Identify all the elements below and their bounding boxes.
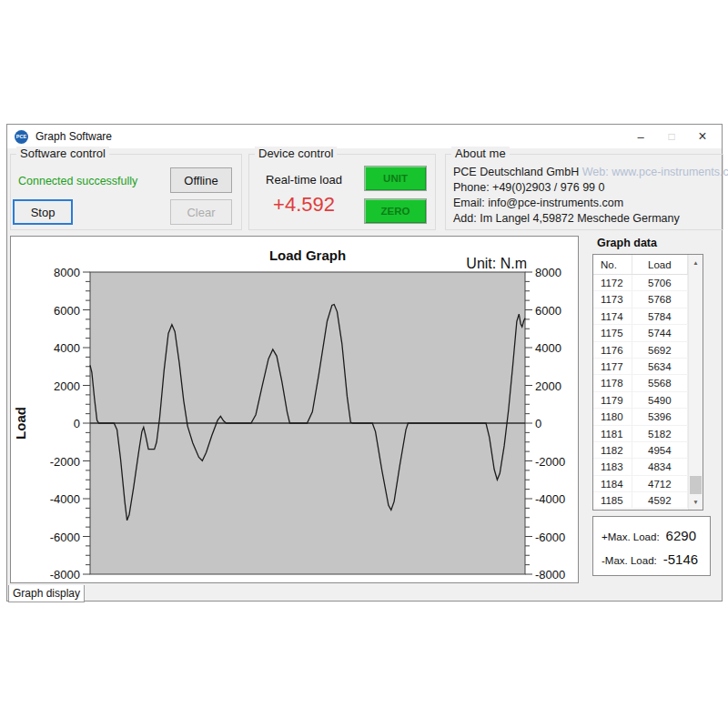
neg-max-label: -Max. Load:	[602, 555, 657, 566]
cell-load: 5768	[632, 291, 688, 307]
y-axis-tick-label: 0	[74, 417, 80, 430]
cell-no: 1184	[593, 476, 632, 491]
cell-no: 1176	[593, 342, 632, 358]
table-row[interactable]: 11795490	[593, 392, 688, 409]
company-name: PCE Deutschland GmbH	[453, 166, 579, 178]
y-axis-label: Load	[13, 407, 28, 440]
minimize-button[interactable]: –	[625, 125, 656, 148]
pos-max-label: +Max. Load:	[602, 531, 660, 542]
titlebar: PCE Graph Software – □ ×	[7, 125, 722, 148]
zero-button[interactable]: ZERO	[364, 198, 427, 224]
maximize-button[interactable]: □	[656, 125, 687, 148]
y-axis-tick-label: -2000	[50, 455, 80, 469]
cell-load: 5706	[632, 275, 688, 290]
scroll-down-icon[interactable]: ▼	[689, 495, 703, 509]
y-axis-tick-label-right: -6000	[535, 531, 565, 544]
cell-no: 1185	[593, 492, 632, 508]
y-axis-tick-label-right: -4000	[535, 492, 565, 506]
load-graph-panel: -8000-8000-6000-6000-4000-4000-2000-2000…	[10, 236, 579, 583]
window-title: Graph Software	[35, 130, 112, 143]
cell-no: 1182	[593, 442, 632, 458]
cell-no: 1183	[593, 459, 632, 474]
table-row[interactable]: 11745784	[593, 308, 688, 325]
scroll-up-icon[interactable]: ▲	[689, 256, 703, 269]
tab-graph-display[interactable]: Graph display	[8, 585, 85, 602]
y-axis-tick-label: -6000	[50, 531, 80, 544]
connection-status: Connected successfully	[18, 175, 137, 187]
y-axis-tick-label-right: 6000	[535, 304, 561, 318]
cell-no: 1179	[593, 392, 632, 408]
cell-load: 5182	[632, 426, 688, 441]
cell-load: 5490	[632, 392, 688, 408]
cell-load: 5634	[632, 359, 688, 374]
column-header-no: No.	[593, 255, 632, 274]
y-axis-tick-label-right: -8000	[535, 568, 565, 581]
graph-table-body: 1172570611735768117457841175574411765692…	[593, 275, 688, 509]
y-axis-tick-label: 8000	[54, 266, 80, 279]
table-header: No. Load	[593, 255, 688, 275]
cell-load: 5396	[632, 409, 688, 424]
y-axis-tick-label: 6000	[54, 304, 80, 318]
pos-max-value: 6290	[666, 528, 696, 543]
scrollbar-thumb[interactable]	[690, 476, 702, 494]
table-row[interactable]: 11854592	[593, 492, 688, 509]
cell-load: 4954	[632, 442, 688, 458]
cell-load: 4592	[632, 492, 688, 508]
app-window: PCE Graph Software – □ × Software contro…	[6, 124, 723, 602]
y-axis-tick-label-right: 4000	[535, 341, 561, 355]
table-row[interactable]: 11765692	[593, 342, 688, 359]
cell-load: 4712	[632, 476, 688, 491]
phone-line: Phone: +49(0)2903 / 976 99 0	[453, 181, 604, 194]
max-load-box: +Max. Load: 6290 -Max. Load: -5146	[592, 516, 711, 576]
realtime-load-label: Real-time load	[255, 173, 353, 187]
table-row[interactable]: 11755744	[593, 325, 688, 341]
cell-no: 1180	[593, 409, 632, 424]
about-group: About me PCE Deutschland GmbH Web: www.p…	[445, 154, 723, 230]
realtime-load-value: +4.592	[255, 193, 353, 217]
cell-load: 5784	[632, 308, 688, 324]
web-link[interactable]: Web: www.pce-instruments.com	[582, 166, 728, 178]
y-axis-tick-label-right: 0	[535, 417, 541, 430]
cell-no: 1178	[593, 375, 632, 390]
table-row[interactable]: 11824954	[593, 442, 688, 459]
table-row[interactable]: 11805396	[593, 409, 688, 425]
cell-load: 5568	[632, 375, 688, 390]
cell-no: 1181	[593, 426, 632, 441]
device-control-title: Device control	[255, 147, 337, 160]
device-control-group: Device control Real-time load +4.592 UNI…	[248, 154, 436, 230]
cell-no: 1173	[593, 291, 632, 307]
clear-button: Clear	[170, 199, 232, 225]
neg-max-value: -5146	[663, 551, 698, 567]
table-row[interactable]: 11775634	[593, 359, 688, 375]
y-axis-tick-label: 4000	[54, 341, 80, 355]
y-axis-tick-label: -4000	[50, 492, 80, 506]
table-row[interactable]: 11725706	[593, 275, 688, 291]
y-axis-tick-label-right: -2000	[535, 455, 565, 469]
stop-button[interactable]: Stop	[13, 199, 73, 225]
table-row[interactable]: 11735768	[593, 291, 688, 308]
cell-no: 1174	[593, 308, 632, 324]
table-scrollbar[interactable]: ▲ ▼	[688, 255, 703, 510]
table-row[interactable]: 11815182	[593, 426, 688, 442]
cell-load: 5692	[632, 342, 688, 358]
cell-load: 4834	[632, 459, 688, 474]
graph-data-table: No. Load 1172570611735768117457841175574…	[592, 254, 703, 511]
table-row[interactable]: 11844712	[593, 476, 688, 492]
table-row[interactable]: 11785568	[593, 375, 688, 391]
software-control-title: Software control	[16, 147, 109, 160]
graph-data-title: Graph data	[597, 237, 657, 249]
unit-button[interactable]: UNIT	[364, 166, 427, 191]
email-line: Email: info@pce-instruments.com	[453, 197, 623, 209]
app-logo-icon: PCE	[15, 130, 28, 144]
chart-title: Load Graph	[269, 248, 346, 263]
about-title: About me	[451, 147, 510, 160]
offline-button[interactable]: Offline	[170, 167, 232, 193]
close-button[interactable]: ×	[687, 125, 718, 148]
column-header-load: Load	[632, 255, 688, 274]
y-axis-tick-label: 2000	[54, 379, 80, 393]
load-chart-svg: -8000-8000-6000-6000-4000-4000-2000-2000…	[11, 237, 578, 582]
table-row[interactable]: 11834834	[593, 459, 688, 475]
y-axis-tick-label: -8000	[50, 568, 80, 581]
cell-no: 1172	[593, 275, 632, 290]
cell-load: 5744	[632, 325, 688, 340]
